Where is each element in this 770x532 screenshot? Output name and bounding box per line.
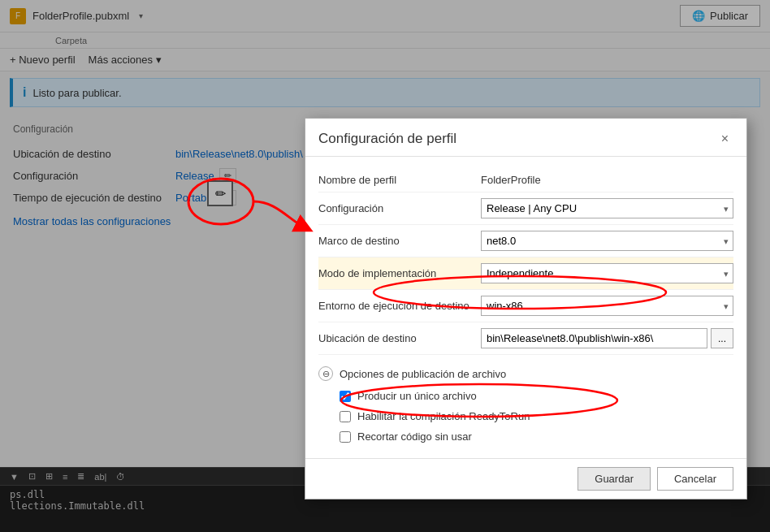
deploy-mode-select-wrapper: Independiente Dependiente del marco [481,263,733,283]
runtime-env-select[interactable]: win-x86 win-x64 linux-x64 [481,296,733,316]
modal-label-profile-name: Nombre de perfil [318,174,481,186]
modal-label-framework: Marco de destino [318,235,481,247]
checkbox-row-trim: Recortar código sin usar [318,426,733,447]
single-file-label: Producir un único archivo [357,390,477,402]
publish-options-title: Opciones de publicación de archivo [340,368,506,380]
cancel-button[interactable]: Cancelar [657,467,733,491]
checkbox-row-readytorun: Habilitar la compilación ReadyToRun [318,406,733,426]
config-select-wrapper: Release | Any CPU Debug | Any CPU [481,198,733,218]
modal-footer: Guardar Cancelar [305,458,746,499]
modal-label-dest-path: Ubicación de destino [318,332,481,344]
trim-label: Recortar código sin usar [357,430,472,443]
deploy-mode-select[interactable]: Independiente Dependiente del marco [481,263,733,283]
trim-checkbox[interactable] [340,431,351,443]
modal-value-profile-name: FolderProfile [481,174,733,186]
single-file-checkbox[interactable] [340,391,351,402]
runtime-env-select-wrapper: win-x86 win-x64 linux-x64 [481,296,733,316]
modal-label-runtime-env: Entorno de ejecución de destino [318,300,481,312]
publish-options-section: ⊖ Opciones de publicación de archivo Pro… [318,361,733,447]
modal-row-framework: Marco de destino net8.0 net6.0 net7.0 [318,225,733,257]
modal-row-deploy-mode: Modo de implementación Independiente Dep… [318,257,733,290]
modal-title: Configuración de perfil [318,131,456,147]
modal-label-deploy-mode: Modo de implementación [318,267,481,279]
profile-config-modal: Configuración de perfil × Nombre de perf… [305,118,747,500]
modal-row-config: Configuración Release | Any CPU Debug | … [318,192,733,225]
modal-row-dest-path: Ubicación de destino ... [318,322,733,355]
dest-path-input[interactable] [481,328,707,348]
checkbox-row-single-file: Producir un único archivo [318,386,733,406]
modal-label-config: Configuración [318,202,481,214]
save-button[interactable]: Guardar [578,467,651,491]
collapse-publish-options-button[interactable]: ⊖ [318,366,333,381]
config-select[interactable]: Release | Any CPU Debug | Any CPU [481,198,733,218]
modal-row-runtime-env: Entorno de ejecución de destino win-x86 … [318,290,733,322]
framework-select-wrapper: net8.0 net6.0 net7.0 [481,231,733,251]
readytorun-checkbox[interactable] [340,411,351,422]
modal-close-button[interactable]: × [716,130,733,148]
framework-select[interactable]: net8.0 net6.0 net7.0 [481,231,733,251]
modal-header: Configuración de perfil × [305,119,746,157]
browse-button[interactable]: ... [711,328,733,348]
modal-body: Nombre de perfil FolderProfile Configura… [305,157,746,458]
publish-options-header: ⊖ Opciones de publicación de archivo [318,361,733,386]
modal-row-profile-name: Nombre de perfil FolderProfile [318,168,733,192]
dest-path-input-group: ... [481,328,733,348]
readytorun-label: Habilitar la compilación ReadyToRun [357,410,530,422]
